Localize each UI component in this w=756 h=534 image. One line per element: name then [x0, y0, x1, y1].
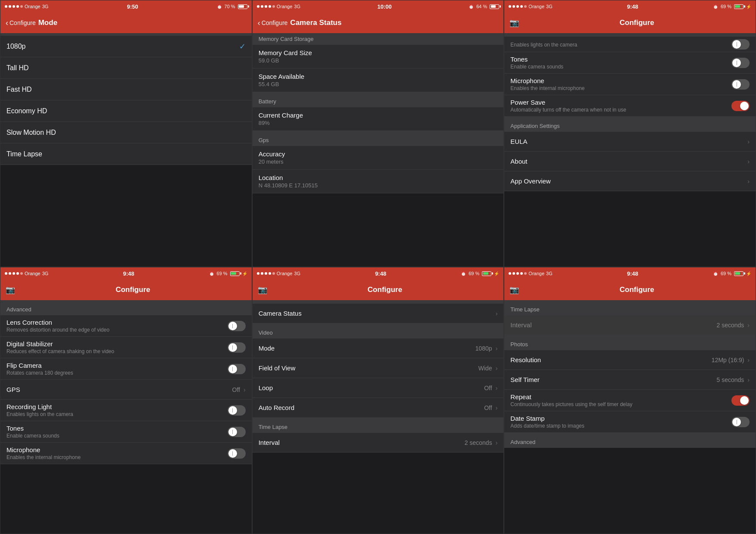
charging-icon-5: ⚡: [494, 271, 499, 276]
repeat-toggle[interactable]: [731, 395, 750, 406]
item-interval[interactable]: Interval 2 seconds ›: [253, 433, 504, 453]
screen-title-4: Configure: [19, 286, 247, 294]
mode-item-fasthd[interactable]: Fast HD: [0, 79, 252, 100]
tones-toggle[interactable]: [731, 58, 750, 68]
network-6: 3G: [546, 271, 553, 276]
dot3-1: [509, 5, 511, 8]
item-interval-photos[interactable]: Interval 2 seconds ›: [504, 315, 756, 335]
date-stamp-toggle[interactable]: [731, 417, 750, 427]
status-bar-6: Orange 3G 9:48 ⏰ 69 % ⚡: [504, 267, 756, 279]
repeat-subtitle: Continuously takes pictures using the se…: [510, 401, 731, 407]
dot5-1: [257, 272, 259, 275]
item-recording-light[interactable]: Recording Light Enables lights on the ca…: [0, 400, 252, 421]
item-tones[interactable]: Tones Enable camera sounds: [504, 52, 756, 74]
item-tones-adv[interactable]: Tones Enable camera sounds: [0, 421, 252, 443]
digital-stab-toggle[interactable]: [228, 342, 246, 353]
self-timer-chevron: ›: [747, 376, 750, 383]
powersave-subtitle: Automatically turns off the camera when …: [510, 107, 731, 113]
fov-label: Field of View: [259, 364, 478, 372]
spacer-photos-1: [504, 335, 756, 338]
spacer-cs-1: [253, 92, 504, 96]
status-bar-1: Orange 3G 9:50 ⏰ 70 %: [0, 0, 252, 12]
dot6-1: [509, 272, 511, 275]
status-right-3: ⏰ 69 % ⚡: [713, 4, 751, 9]
auto-record-right: Off ›: [484, 404, 497, 411]
eula-chevron: ›: [747, 138, 750, 145]
item-loop[interactable]: Loop Off ›: [253, 378, 504, 398]
item-auto-record[interactable]: Auto Record Off ›: [253, 398, 504, 418]
date-stamp-label: Date Stamp: [510, 415, 731, 422]
knob-line-mic: [737, 82, 737, 87]
tones-adv-toggle[interactable]: [228, 427, 246, 437]
camera-icon-5: 📷: [258, 285, 267, 295]
appoverview-chevron: ›: [747, 178, 750, 185]
configure-advanced-screen: Orange 3G 9:48 ⏰ 69 % ⚡ 📷 Configure Adva…: [0, 267, 252, 534]
item-repeat[interactable]: Repeat Continuously takes pictures using…: [504, 390, 756, 411]
mode-item-1080p[interactable]: 1080p ✓: [0, 36, 252, 57]
status-right-1: ⏰ 70 %: [217, 4, 247, 9]
microphone-toggle[interactable]: [731, 79, 750, 90]
item-date-stamp[interactable]: Date Stamp Adds date/time stamp to image…: [504, 411, 756, 433]
item-microphone[interactable]: Microphone Enables the internal micropho…: [504, 74, 756, 95]
mode-label-fasthd: Fast HD: [6, 86, 32, 93]
status-bar-2: Orange 3G 10:00 ⏰ 64 %: [253, 0, 504, 12]
item-fov[interactable]: Field of View Wide ›: [253, 358, 504, 378]
item-self-timer[interactable]: Self Timer 5 seconds ›: [504, 370, 756, 390]
item-flip-camera[interactable]: Flip Camera Rotates camera 180 degrees: [0, 358, 252, 380]
mode-item-timelapse[interactable]: Time Lapse: [0, 143, 252, 165]
item-gps[interactable]: GPS Off ›: [0, 380, 252, 400]
camera-status-label: Camera Status: [259, 310, 496, 317]
dot2-3: [265, 5, 267, 8]
loop-label: Loop: [259, 384, 484, 391]
network-1: 3G: [42, 4, 49, 9]
digital-stab-subtitle: Reduces effect of camera shaking on the …: [6, 348, 228, 354]
item-eula[interactable]: EULA ›: [504, 132, 756, 152]
screen-title-6: Configure: [523, 286, 750, 294]
mode-item-economyhd[interactable]: Economy HD: [0, 100, 252, 122]
back-chevron-1: ‹: [6, 19, 8, 28]
item-camera-status[interactable]: Camera Status ›: [253, 304, 504, 323]
recording-light-subtitle: Enables lights on the camera: [6, 411, 228, 417]
item-appoverview[interactable]: App Overview ›: [504, 171, 756, 191]
mode-label-tallhd: Tall HD: [6, 64, 29, 72]
back-button-2[interactable]: ‹ Configure: [258, 19, 288, 28]
item-digital-stabilizer[interactable]: Digital Stabilizer Reduces effect of cam…: [0, 337, 252, 358]
mode-label: Mode: [259, 345, 475, 352]
partial-item-indicator: [504, 33, 756, 37]
nav-bar-1: ‹ Configure Mode: [0, 12, 252, 33]
recording-light-toggle-top[interactable]: [731, 39, 750, 50]
configure-photos-screen: Orange 3G 9:48 ⏰ 69 % ⚡ 📷 Configure Time…: [504, 267, 756, 534]
mode-content: Mode: [259, 341, 475, 355]
back-label-1: Configure: [9, 19, 36, 26]
spacer-dark-5: [253, 453, 504, 534]
microphone-content: Microphone Enables the internal micropho…: [510, 74, 731, 95]
tones-label: Tones: [510, 56, 731, 63]
camera-icon-6: 📷: [509, 285, 519, 295]
flip-camera-toggle[interactable]: [228, 364, 246, 374]
lens-correction-toggle[interactable]: [228, 321, 246, 331]
status-right-5: ⏰ 69 % ⚡: [461, 271, 499, 276]
mode-chevron: ›: [496, 345, 498, 352]
item-resolution[interactable]: Resolution 12Mp (16:9) ›: [504, 350, 756, 370]
battery-pct-3: 69 %: [721, 4, 731, 9]
self-timer-content: Self Timer: [510, 373, 716, 387]
microphone-adv-toggle[interactable]: [228, 448, 246, 459]
dot5: [20, 5, 23, 8]
spacer-main-2: [253, 418, 504, 421]
back-button-1[interactable]: ‹ Configure: [6, 19, 36, 28]
item-mode[interactable]: Mode 1080p ›: [253, 338, 504, 358]
item-about[interactable]: About ›: [504, 152, 756, 171]
recording-light-toggle[interactable]: [228, 405, 246, 416]
mode-item-slowmotion[interactable]: Slow Motion HD: [0, 122, 252, 143]
nav-bar-4: 📷 Configure: [0, 279, 252, 300]
powersave-toggle[interactable]: [731, 101, 750, 111]
dot3-2: [512, 5, 515, 8]
item-lens-correction[interactable]: Lens Correction Removes distortion aroun…: [0, 315, 252, 337]
signal-dots-4: [5, 272, 23, 275]
mode-item-tallhd[interactable]: Tall HD: [0, 57, 252, 79]
camera-status-content: Camera Status: [259, 306, 496, 320]
item-microphone-adv[interactable]: Microphone Enables the internal micropho…: [0, 443, 252, 464]
dot1: [5, 5, 7, 8]
item-powersave[interactable]: Power Save Automatically turns off the c…: [504, 95, 756, 117]
status-left-1: Orange 3G: [5, 4, 48, 9]
